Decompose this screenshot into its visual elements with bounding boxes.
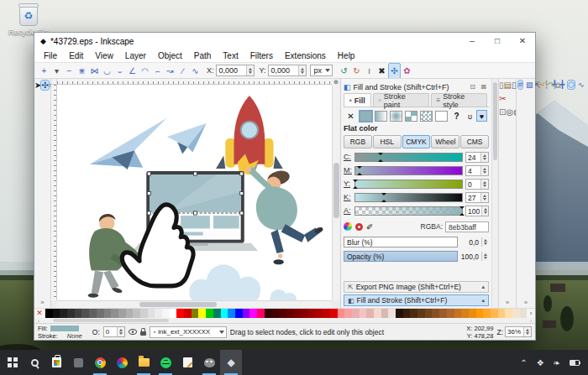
join-nodes-button[interactable]: ⋈ bbox=[88, 64, 101, 78]
palette-swatch[interactable] bbox=[176, 309, 184, 318]
vertical-scrollbar-thumb[interactable] bbox=[333, 163, 339, 219]
palette-swatch[interactable] bbox=[439, 309, 447, 318]
slider-track[interactable] bbox=[354, 166, 463, 175]
palette-swatch[interactable] bbox=[432, 309, 439, 318]
commands-overflow[interactable]: » bbox=[499, 297, 516, 308]
palette-swatch[interactable] bbox=[374, 309, 381, 318]
tab-stroke-style[interactable]: ≡Stroke style bbox=[431, 93, 487, 107]
menu-filters[interactable]: Filters bbox=[244, 51, 279, 60]
fill-stroke-indicator[interactable]: Fill: Stroke:None bbox=[38, 325, 89, 340]
palette-swatch[interactable] bbox=[228, 309, 235, 318]
palette-swatch[interactable] bbox=[257, 309, 265, 318]
palette-swatch[interactable] bbox=[293, 309, 301, 318]
inkscape-icon[interactable]: ◆ bbox=[220, 350, 242, 375]
palette-swatch[interactable] bbox=[97, 309, 104, 318]
opacity-slider[interactable]: Opacity (%) bbox=[344, 251, 458, 262]
tab-stroke-paint[interactable]: ▫Stroke paint bbox=[373, 93, 429, 107]
gimp-icon[interactable] bbox=[198, 350, 220, 375]
palette-swatch[interactable] bbox=[417, 309, 425, 318]
swatch-button[interactable] bbox=[435, 111, 448, 122]
palette-swatch[interactable] bbox=[308, 309, 316, 318]
chrome-icon[interactable] bbox=[89, 350, 111, 375]
search-button[interactable] bbox=[24, 350, 45, 375]
slider-track[interactable] bbox=[354, 193, 463, 202]
paint-app-icon[interactable] bbox=[67, 350, 89, 375]
pick-color-icon[interactable]: ✐ bbox=[366, 222, 373, 232]
zoom-field[interactable]: 36% bbox=[505, 326, 532, 337]
palette-swatch[interactable] bbox=[118, 309, 126, 318]
delete-node-button[interactable]: − bbox=[63, 64, 76, 78]
snap-bbox-edges[interactable]: ┄ bbox=[537, 81, 541, 89]
palette-swatch[interactable] bbox=[469, 309, 476, 318]
cs-cms[interactable]: CMS bbox=[460, 135, 489, 148]
horizontal-scrollbar[interactable] bbox=[57, 300, 332, 308]
palette-swatch[interactable] bbox=[221, 309, 228, 318]
slider-track[interactable] bbox=[354, 206, 463, 216]
palette-swatch[interactable] bbox=[184, 309, 192, 318]
show-transform-handles-button[interactable]: ✣ bbox=[388, 63, 401, 79]
swatch-fill-u[interactable]: ʊ bbox=[465, 111, 475, 121]
flatten-bezier-button[interactable]: ≀ bbox=[363, 64, 375, 78]
palette-swatch[interactable] bbox=[360, 309, 367, 318]
palette-swatch[interactable] bbox=[512, 309, 520, 318]
slider-spinner[interactable] bbox=[480, 153, 488, 162]
rgba-input[interactable]: 8eb3baff bbox=[445, 221, 489, 232]
slider-value-box[interactable]: 27 bbox=[465, 192, 489, 203]
palette-swatch[interactable] bbox=[126, 309, 134, 318]
delete-segment-button[interactable]: ⌣ bbox=[113, 64, 126, 78]
palette-swatch[interactable] bbox=[330, 309, 338, 318]
palette-swatch[interactable] bbox=[67, 309, 75, 318]
menu-path[interactable]: Path bbox=[188, 51, 218, 60]
snap-bbox[interactable]: ▧ bbox=[526, 81, 533, 89]
pattern-button[interactable] bbox=[405, 111, 417, 122]
slider-spinner[interactable] bbox=[480, 180, 488, 189]
slider-track[interactable] bbox=[354, 180, 463, 189]
palette-swatch[interactable] bbox=[338, 309, 345, 318]
insert-node-button[interactable]: + bbox=[38, 64, 50, 78]
layer-selector[interactable]: ▪ ink_ext_XXXXXX bbox=[150, 326, 227, 338]
opacity-spinner[interactable] bbox=[481, 252, 489, 261]
palette-swatch[interactable] bbox=[140, 309, 148, 318]
slider-value-box[interactable]: 0 bbox=[465, 179, 489, 190]
open-document-button[interactable]: ▤ bbox=[504, 81, 512, 90]
export-png-panel[interactable]: ⇱ Export PNG Image (Shift+Ctrl+E) ▴ bbox=[344, 281, 489, 293]
fill-stroke-panel[interactable]: ◧ Fill and Stroke (Shift+Ctrl+F) ▴ bbox=[344, 294, 489, 306]
snap-overflow[interactable]: » bbox=[517, 297, 535, 308]
slider-spinner[interactable] bbox=[480, 193, 488, 202]
palette-swatch[interactable] bbox=[476, 309, 484, 318]
cs-rgb[interactable]: RGB bbox=[344, 135, 372, 148]
palette-swatch[interactable] bbox=[352, 309, 360, 318]
palette-swatch[interactable] bbox=[243, 309, 250, 318]
palette-swatch[interactable] bbox=[235, 309, 243, 318]
palette-swatch[interactable] bbox=[410, 309, 417, 318]
stroke-to-path-button[interactable]: ↻ bbox=[350, 64, 363, 78]
zoom-selection-button[interactable]: ◎ bbox=[506, 107, 513, 117]
close-button[interactable]: ✕ bbox=[510, 33, 535, 49]
menu-file[interactable]: File bbox=[38, 51, 63, 60]
menu-edit[interactable]: Edit bbox=[63, 51, 89, 60]
make-auto-button[interactable]: ↝ bbox=[164, 64, 176, 78]
menu-extensions[interactable]: Extensions bbox=[279, 51, 332, 60]
palette-swatch[interactable] bbox=[323, 309, 330, 318]
palette-swatch[interactable] bbox=[60, 309, 67, 318]
blur-value[interactable]: 0,0 bbox=[460, 238, 479, 247]
blur-slider[interactable]: Blur (%) bbox=[344, 237, 458, 247]
insert-node-menu[interactable]: ▾ bbox=[50, 64, 63, 78]
menu-layer[interactable]: Layer bbox=[119, 51, 152, 60]
canvas[interactable] bbox=[57, 85, 332, 300]
palette-swatch[interactable] bbox=[249, 309, 257, 318]
stroke-value[interactable]: None bbox=[60, 332, 89, 340]
flat-color-button[interactable] bbox=[360, 111, 372, 122]
linear-gradient-button[interactable] bbox=[375, 111, 387, 122]
palette-scroll-thumb[interactable] bbox=[53, 319, 169, 322]
object-to-path-button[interactable]: ↺ bbox=[338, 64, 350, 78]
palette-more[interactable]: › bbox=[527, 309, 535, 318]
make-corner-button[interactable]: ∠ bbox=[126, 64, 139, 78]
palette-swatch[interactable] bbox=[301, 309, 308, 318]
palette-swatch[interactable] bbox=[454, 309, 462, 318]
titlebar[interactable]: ◆ *43729.eps - Inkscape – □ ✕ bbox=[34, 33, 535, 49]
layer-visibility-icon[interactable] bbox=[129, 329, 137, 335]
slider-track[interactable] bbox=[354, 153, 463, 162]
snap-bbox-corners[interactable]: ┆ bbox=[544, 81, 549, 89]
palette-swatch[interactable] bbox=[271, 309, 279, 318]
